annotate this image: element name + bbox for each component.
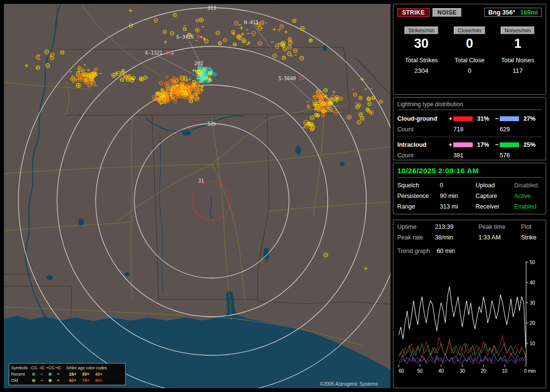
svg-text:50: 50 bbox=[530, 260, 536, 265]
roads bbox=[4, 4, 391, 346]
legend-symbol-type-3: +IC bbox=[54, 365, 62, 371]
legend-age-code: 60+ bbox=[66, 378, 79, 383]
cg-minus-percent: 27% bbox=[521, 115, 542, 122]
nexstorm-app: 12531331H-411 2-G-3426 8▾X-1321 18▴S-564… bbox=[0, 0, 550, 392]
legend-strike-symbol-2: ⊕ bbox=[46, 378, 54, 383]
trend-window-value: 60 min bbox=[437, 248, 455, 254]
minus-sign: − bbox=[494, 141, 500, 148]
ic-minus-count: 576 bbox=[494, 152, 542, 159]
svg-text:50: 50 bbox=[417, 368, 423, 374]
legend-symbol-type-0: -CG bbox=[29, 365, 38, 371]
cg-plus-color-bar bbox=[453, 116, 473, 121]
rates-box: STRIKE NOISE Bng 356° 169mi Strikes/min … bbox=[393, 4, 546, 95]
storm-cell-labels: H-411 2-G-3426 8▾X-1321 18▴S-5640 3-202 bbox=[145, 20, 304, 81]
capture-status: Active bbox=[514, 193, 542, 199]
legend-row: Symbols-CG-IC+CG+ICStrike age color code… bbox=[11, 364, 123, 371]
legend-age-code: 75+ bbox=[79, 378, 92, 383]
svg-text:H-411 2-: H-411 2- bbox=[244, 20, 267, 25]
receiver-status: Enabled bbox=[514, 203, 542, 210]
trend-series-cg-minus bbox=[399, 353, 526, 362]
distribution-title: Lightning type distribution bbox=[397, 101, 542, 110]
bearing-display: Bng 356° 169mi bbox=[484, 8, 542, 17]
cg-minus-count: 629 bbox=[494, 126, 542, 133]
squelch-value: 0 bbox=[440, 182, 476, 189]
peak-rate-value: 38/min bbox=[435, 234, 478, 241]
svg-text:20: 20 bbox=[481, 368, 487, 374]
distribution-box: Lightning type distribution Cloud-ground… bbox=[393, 97, 546, 160]
legend-strike-symbol-3: + bbox=[54, 378, 62, 383]
total-close-value: 0 bbox=[446, 67, 494, 74]
cg-plus-count: 718 bbox=[448, 126, 494, 133]
total-noises-value: 117 bbox=[493, 67, 542, 74]
legend-strike-symbol-0: ⊖ bbox=[29, 371, 38, 377]
trend-graph-label: Trend graph bbox=[397, 248, 430, 254]
svg-text:40: 40 bbox=[438, 368, 444, 374]
svg-text:G-3426 8▾: G-3426 8▾ bbox=[176, 34, 203, 40]
persistence-label: Persistence bbox=[397, 193, 440, 199]
intracloud-label: Intracloud bbox=[397, 141, 448, 148]
legend-symbol-type-1: -IC bbox=[38, 365, 46, 371]
total-noises-label: Total Noises bbox=[493, 57, 542, 64]
total-strikes-label: Total Strikes bbox=[397, 57, 446, 64]
bearing-value: Bng 356° bbox=[488, 9, 515, 16]
close-per-min-value: 0 bbox=[446, 36, 494, 51]
trend-graph: 50403020106050403020100 min bbox=[397, 258, 543, 380]
svg-text:30: 30 bbox=[530, 300, 536, 306]
svg-text:10: 10 bbox=[502, 368, 508, 374]
lightning-map[interactable]: 12531331H-411 2-G-3426 8▾X-1321 18▴S-564… bbox=[4, 4, 391, 388]
range-label: Range bbox=[397, 203, 440, 210]
legend-age-code: 30+ bbox=[79, 371, 92, 377]
trend-series-total bbox=[399, 286, 526, 347]
svg-text:0 min: 0 min bbox=[524, 368, 536, 374]
strikes-per-min-button[interactable]: Strikes/min bbox=[405, 27, 438, 34]
legend-age-code: 15+ bbox=[66, 371, 79, 377]
trend-series-ic-plus bbox=[399, 357, 526, 364]
noises-per-min-value: 1 bbox=[493, 36, 542, 51]
svg-text:30: 30 bbox=[460, 368, 465, 374]
svg-text:X-1321 18▴: X-1321 18▴ bbox=[145, 50, 174, 56]
trend-box: Uptime 213:39 Peak time Plot Peak rate 3… bbox=[393, 220, 546, 388]
strike-mode-button[interactable]: STRIKE bbox=[397, 8, 430, 17]
squelch-label: Squelch bbox=[397, 182, 440, 189]
svg-text:60: 60 bbox=[399, 368, 405, 374]
svg-text:31: 31 bbox=[198, 178, 204, 183]
close-per-min-button[interactable]: Close/min bbox=[454, 27, 485, 34]
legend-strike-symbol-0: ⊖ bbox=[29, 378, 38, 383]
plot-label: Plot bbox=[521, 224, 542, 230]
svg-text:125: 125 bbox=[207, 121, 216, 126]
peak-time-label: Peak time bbox=[478, 224, 521, 230]
svg-text:313: 313 bbox=[207, 5, 216, 11]
trend-series-cg-plus bbox=[399, 335, 526, 357]
state-borders bbox=[4, 4, 391, 319]
legend-row: Old⊖−⊕+60+75+90+ bbox=[11, 377, 123, 383]
copyright-text: ©2005 Astrogenic Systems bbox=[320, 381, 378, 387]
map-legend: Symbols-CG-IC+CG+ICStrike age color code… bbox=[9, 363, 126, 385]
cg-count-label: Count bbox=[397, 126, 448, 133]
svg-text:20: 20 bbox=[530, 321, 536, 326]
legend-row-label: Old bbox=[11, 378, 29, 383]
cg-plus-percent: 31% bbox=[475, 115, 494, 122]
legend-row-label: Recent bbox=[11, 371, 29, 377]
divider bbox=[397, 137, 542, 137]
receiver-label: Receiver bbox=[476, 203, 514, 210]
total-strikes-value: 2304 bbox=[397, 67, 446, 74]
legend-strike-symbol-1: − bbox=[38, 371, 46, 377]
ic-plus-count: 381 bbox=[448, 152, 494, 159]
svg-text:40: 40 bbox=[530, 280, 536, 285]
peak-rate-label: Peak rate bbox=[397, 234, 435, 241]
strikes-per-min-value: 30 bbox=[397, 36, 446, 51]
persistence-value: 90 min bbox=[440, 193, 476, 199]
legend-row: Recent⊖−⊕+15+30+45+ bbox=[11, 371, 123, 377]
noise-mode-button[interactable]: NOISE bbox=[433, 8, 462, 17]
legend-age-codes: 15+30+45+ bbox=[62, 371, 123, 377]
legend-symbol-type-2: +CG bbox=[46, 365, 54, 371]
strike-field bbox=[25, 9, 383, 270]
svg-text:202: 202 bbox=[194, 61, 203, 66]
noises-per-min-button[interactable]: Noises/min bbox=[501, 27, 535, 34]
upload-status: Disabled bbox=[514, 182, 542, 189]
upload-label: Upload bbox=[476, 182, 514, 189]
uptime-value: 213:39 bbox=[435, 224, 478, 230]
range-value: 313 mi bbox=[440, 203, 476, 210]
legend-strike-symbol-3: + bbox=[54, 371, 62, 377]
status-box: 10/26/2025 2:09:16 AM Squelch 0 Upload D… bbox=[393, 163, 546, 214]
